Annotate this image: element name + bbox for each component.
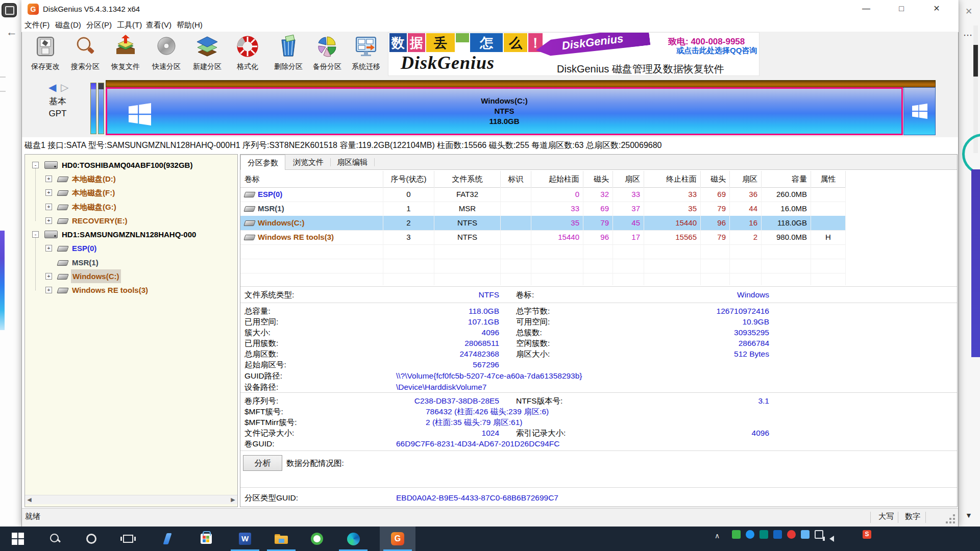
scroll-right-icon[interactable]: ▶ [229, 495, 237, 504]
task-view-icon[interactable] [116, 531, 140, 547]
collapse-icon[interactable]: - [32, 162, 39, 168]
tab-partition-params[interactable]: 分区参数 [240, 155, 285, 170]
table-row-msr[interactable]: MSR(1) 1 MSR 33 69 37 35 79 44 16.0MB [240, 202, 846, 216]
background-app-icon [2, 3, 17, 17]
system-migrate-icon [354, 35, 378, 58]
backup-partition-button[interactable]: 备份分区 [309, 35, 346, 71]
resize-grip[interactable] [945, 513, 956, 524]
tree-item-msr[interactable]: MSR(1) [25, 256, 237, 269]
expand-icon[interactable]: + [45, 217, 52, 224]
tray-icon-qq[interactable] [773, 530, 782, 539]
new-partition-button[interactable]: 新建分区 [189, 35, 226, 71]
taskbar-search-icon[interactable] [43, 531, 67, 547]
system-migrate-button[interactable]: 系统迁移 [348, 35, 384, 71]
menu-file[interactable]: 文件(F) [22, 19, 52, 31]
recover-files-icon [114, 35, 137, 58]
analyze-button[interactable]: 分析 [243, 455, 282, 471]
tree-item-windows-re[interactable]: + Windows RE tools(3) [25, 283, 237, 297]
menu-bar: 文件(F) 磁盘(D) 分区(P) 工具(T) 查看(V) 帮助(H) [21, 18, 959, 32]
scroll-left-icon[interactable]: ◀ [25, 495, 34, 504]
table-header: 卷标 序号(状态) 文件系统 标识 起始柱面 磁头 扇区 终止柱面 磁头 扇区 … [240, 171, 846, 188]
tab-browse-files[interactable]: 浏览文件 [287, 155, 329, 170]
tree-item-hd0[interactable]: - HD0:TOSHIBAMQ04ABF100(932GB) [25, 158, 237, 172]
tray-icon-power[interactable] [815, 530, 823, 539]
taskbar: W G ∧ 中 S 18:37 2022/5/9 2 [0, 527, 980, 551]
banner-logo-text: DiskGenius [401, 52, 495, 73]
partition-icon [57, 190, 69, 196]
expand-icon[interactable]: + [45, 273, 52, 280]
tab-sector-edit[interactable]: 扇区编辑 [331, 155, 373, 170]
decorative-curve [962, 134, 980, 174]
background-close-icon[interactable]: ✕ [965, 6, 972, 17]
tree-item-local-g[interactable]: + 本地磁盘(G:) [25, 200, 237, 214]
minimize-button[interactable]: — [854, 1, 878, 18]
tree-item-windows-c[interactable]: + Windows(C:) [25, 269, 237, 283]
partition-tree: - HD0:TOSHIBAMQ04ABF100(932GB) + 本地磁盘(D:… [24, 154, 238, 507]
tray-icon-sogou[interactable]: S [863, 530, 871, 539]
expand-icon[interactable]: + [45, 204, 52, 210]
promo-banner[interactable]: 数 据 丢 怎 么 ！ DiskGenius DiskGenius 致电: 40… [388, 32, 760, 76]
tree-item-recovery-e[interactable]: + RECOVERY(E:) [25, 214, 237, 228]
browser-360-icon[interactable] [305, 531, 329, 547]
back-arrow-icon[interactable]: ← [6, 26, 17, 39]
partition-bar-windows-re[interactable] [903, 87, 936, 135]
tray-icon-red[interactable] [787, 530, 796, 539]
banner-ribbon: DiskGenius [535, 32, 651, 59]
menu-tools[interactable]: 工具(T) [115, 19, 144, 31]
search-partition-button[interactable]: 搜索分区 [67, 35, 104, 71]
format-button[interactable]: 格式化 [229, 35, 266, 71]
prev-disk-arrow-icon[interactable]: ◀ [48, 81, 56, 93]
menu-help[interactable]: 帮助(H) [175, 19, 205, 31]
tree-item-local-d[interactable]: + 本地磁盘(D:) [25, 172, 237, 186]
table-row-windows-c-selected[interactable]: Windows(C:) 2 NTFS 35 79 45 15440 96 16 … [240, 216, 846, 231]
file-explorer-icon[interactable] [269, 531, 293, 547]
tray-icon-blue-circle[interactable] [746, 530, 754, 539]
quick-partition-button[interactable]: 快速分区 [148, 35, 185, 71]
cortana-icon[interactable] [79, 531, 104, 547]
partition-bar-esp[interactable] [90, 83, 96, 134]
partition-label: Windows(C:) NTFS 118.0GB [107, 96, 901, 127]
more-options-icon[interactable]: ⋯ [963, 30, 973, 41]
partition-icon [57, 205, 69, 210]
table-row-windows-re[interactable]: Windows RE tools(3) 3 NTFS 15440 96 17 1… [240, 230, 846, 245]
status-bar: 就绪 大写 数字 [22, 508, 958, 527]
collapse-icon[interactable]: - [32, 231, 39, 238]
scroll-down-icon[interactable]: ▼ [965, 511, 972, 519]
volume-icon[interactable] [823, 531, 840, 547]
banner-qq-link[interactable]: 或点击此处选择QQ咨询 [676, 46, 757, 56]
tab-strip: 分区参数 浏览文件 扇区编辑 [240, 155, 957, 170]
divider [0, 77, 6, 78]
maximize-button[interactable]: □ [890, 1, 913, 18]
tray-expand-icon[interactable]: ∧ [715, 532, 720, 540]
expand-icon[interactable]: + [45, 176, 52, 182]
diskgenius-taskbar-icon[interactable]: G [385, 531, 410, 547]
next-disk-arrow-icon[interactable]: ▷ [61, 81, 68, 93]
pinned-app-icon[interactable] [155, 531, 180, 547]
tray-icon-teal[interactable] [760, 530, 768, 539]
edge-icon[interactable] [341, 531, 365, 547]
partition-bar-windows-c[interactable]: Windows(C:) NTFS 118.0GB [106, 87, 903, 135]
recover-files-button[interactable]: 恢复文件 [107, 35, 144, 71]
menu-disk[interactable]: 磁盘(D) [53, 19, 83, 31]
partition-icon [243, 235, 256, 240]
delete-partition-button[interactable]: 删除分区 [270, 35, 307, 71]
menu-partition[interactable]: 分区(P) [84, 19, 114, 31]
start-button[interactable] [6, 531, 30, 547]
tray-icon-green[interactable] [732, 530, 741, 539]
menu-view[interactable]: 查看(V) [144, 19, 174, 31]
expand-icon[interactable]: + [45, 245, 52, 252]
expand-icon[interactable]: + [45, 189, 52, 196]
tray-icon-snowflake[interactable] [801, 530, 810, 539]
partition-bar-msr[interactable] [98, 83, 104, 134]
microsoft-store-icon[interactable] [194, 531, 218, 547]
tree-item-local-f[interactable]: + 本地磁盘(F:) [25, 186, 237, 199]
close-button[interactable]: ✕ [925, 1, 948, 18]
tree-item-hd1[interactable]: - HD1:SAMSUNGMZNLN128HAHQ-000 [25, 228, 237, 241]
word-icon[interactable]: W [233, 531, 257, 547]
expand-icon[interactable]: + [45, 287, 52, 293]
tree-item-esp[interactable]: + ESP(0) [25, 241, 237, 255]
table-row-esp[interactable]: ESP(0) 0 FAT32 0 32 33 33 69 36 260.0MB [240, 187, 846, 202]
save-changes-button[interactable]: 保存更改 [27, 35, 64, 71]
partition-icon [57, 177, 69, 182]
tree-horizontal-scrollbar[interactable]: ◀ ▶ [25, 495, 237, 504]
